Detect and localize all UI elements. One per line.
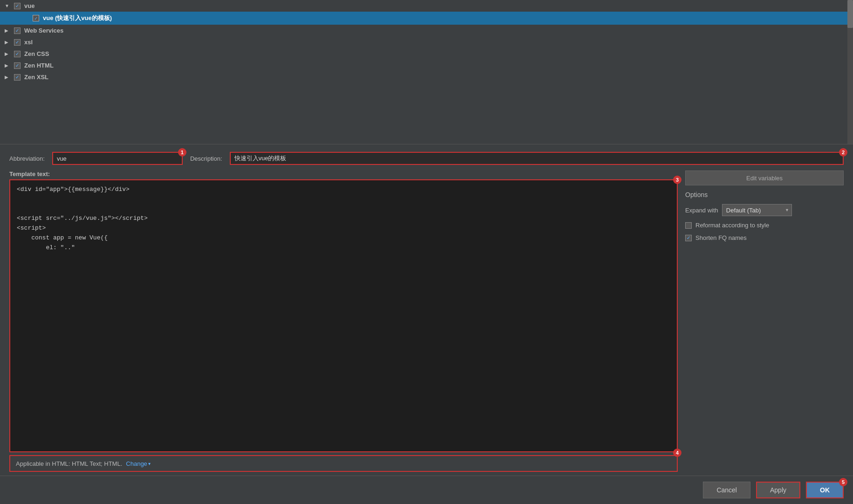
apply-button[interactable]: Apply <box>756 482 800 498</box>
change-link[interactable]: Change ▾ <box>126 460 151 467</box>
options-title: Options <box>685 191 844 198</box>
applicable-badge-wrapper: Applicable in HTML: HTML Text; HTML. Cha… <box>9 452 678 472</box>
abbreviation-label: Abbreviation: <box>9 155 45 162</box>
tree-item-vue-child[interactable]: ✓ vue (快速引入vue的模板) <box>0 12 853 25</box>
edit-variables-button[interactable]: Edit variables <box>685 170 844 185</box>
expand-with-select-wrapper: Default (Tab) Tab Enter Space <box>722 204 792 216</box>
checkbox-zen-css[interactable]: ✓ <box>14 51 21 57</box>
checkbox-vue-child[interactable]: ✓ <box>33 15 39 21</box>
description-input[interactable] <box>230 152 844 165</box>
label-vue-parent: vue <box>24 2 34 9</box>
expand-with-row: Expand with Default (Tab) Tab Enter Spac… <box>685 204 844 216</box>
tree-scrollbar-track[interactable] <box>847 0 853 144</box>
arrow-zen-css <box>5 51 12 56</box>
code-line-6: const app = new Vue({ <box>17 233 670 243</box>
badge-1: 1 <box>178 148 186 157</box>
checkbox-zen-xsl[interactable]: ✓ <box>14 74 21 81</box>
tree-item-zen-html[interactable]: ✓ Zen HTML <box>0 60 853 71</box>
label-zen-xsl: Zen XSL <box>24 74 48 81</box>
right-panel: Edit variables Options Expand with Defau… <box>685 170 844 472</box>
code-line-1: <div id="app">{{message}}</div> <box>17 185 670 195</box>
checkbox-web-services[interactable]: ✓ <box>14 27 21 34</box>
tree-item-xsl[interactable]: ✓ xsl <box>0 36 853 48</box>
code-line-2 <box>17 195 670 204</box>
tree-item-zen-css[interactable]: ✓ Zen CSS <box>0 48 853 60</box>
checkbox-zen-html[interactable]: ✓ <box>14 62 21 69</box>
checkbox-vue-parent[interactable]: ✓ <box>14 3 21 9</box>
abbreviation-input[interactable] <box>52 152 183 165</box>
checkbox-xsl[interactable]: ✓ <box>14 39 21 46</box>
badge-2: 2 <box>839 148 847 157</box>
expand-with-select[interactable]: Default (Tab) Tab Enter Space <box>722 204 792 216</box>
content-area: Template text: <div id="app">{{message}}… <box>9 170 844 472</box>
applicable-text: Applicable in HTML: HTML Text; HTML. <box>16 460 122 467</box>
tree-scrollbar-thumb[interactable] <box>847 0 853 28</box>
arrow-vue-parent <box>5 3 12 8</box>
tree-item-vue-parent[interactable]: ✓ vue <box>0 0 853 12</box>
left-panel: Template text: <div id="app">{{message}}… <box>9 170 678 472</box>
badge-4: 4 <box>673 449 681 457</box>
badge2-wrapper: 2 <box>230 152 844 165</box>
badge-5: 5 <box>839 478 847 486</box>
ok-button[interactable]: OK <box>806 482 844 498</box>
template-badge-wrapper: <div id="app">{{message}}</div> <script … <box>9 179 678 452</box>
ok-badge-wrapper: OK 5 <box>806 482 844 498</box>
arrow-web-services <box>5 28 12 33</box>
label-web-services: Web Services <box>24 27 63 34</box>
reformat-label: Reformat according to style <box>695 222 769 229</box>
label-xsl: xsl <box>24 39 33 46</box>
bottom-bar: Cancel Apply OK 5 <box>0 476 853 504</box>
template-text-label: Template text: <box>9 170 678 177</box>
arrow-xsl <box>5 40 12 45</box>
label-zen-css: Zen CSS <box>24 50 49 57</box>
template-tree[interactable]: ✓ vue ✓ vue (快速引入vue的模板) ✓ Web Services … <box>0 0 853 144</box>
badge-3: 3 <box>673 176 681 184</box>
shorten-fq-checkbox[interactable] <box>685 235 692 241</box>
code-line-4: <script src="../js/vue.js"></script> <box>17 214 670 224</box>
expand-with-label: Expand with <box>685 207 718 214</box>
code-line-7: el: ".." <box>17 243 670 253</box>
arrow-zen-xsl <box>5 75 12 80</box>
arrow-zen-html <box>5 63 12 68</box>
label-zen-html: Zen HTML <box>24 62 54 69</box>
live-templates-dialog: ✓ vue ✓ vue (快速引入vue的模板) ✓ Web Services … <box>0 0 853 504</box>
template-text-area[interactable]: <div id="app">{{message}}</div> <script … <box>9 179 678 452</box>
code-line-3 <box>17 204 670 214</box>
code-line-5: <script> <box>17 224 670 233</box>
shorten-fq-label: Shorten FQ names <box>695 234 747 241</box>
tree-item-web-services[interactable]: ✓ Web Services <box>0 25 853 36</box>
chevron-down-icon: ▾ <box>148 461 151 466</box>
applicable-bar: Applicable in HTML: HTML Text; HTML. Cha… <box>9 455 678 472</box>
badge1-wrapper: 1 <box>52 152 183 165</box>
tree-item-zen-xsl[interactable]: ✓ Zen XSL <box>0 71 853 83</box>
change-label: Change <box>126 460 147 467</box>
reformat-checkbox[interactable] <box>685 222 692 229</box>
description-label: Description: <box>190 155 222 162</box>
cancel-button[interactable]: Cancel <box>703 482 750 498</box>
reformat-row: Reformat according to style <box>685 222 844 229</box>
shorten-fq-row: Shorten FQ names <box>685 234 844 241</box>
options-section: Options Expand with Default (Tab) Tab En… <box>685 191 844 241</box>
abbrev-desc-row: Abbreviation: 1 Description: 2 <box>9 152 844 165</box>
form-area: Abbreviation: 1 Description: 2 Template … <box>0 144 853 476</box>
label-vue-child: vue (快速引入vue的模板) <box>43 14 112 22</box>
